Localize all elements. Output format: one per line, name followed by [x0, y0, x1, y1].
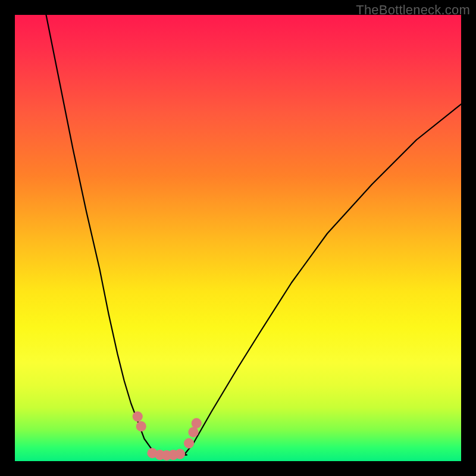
series-left-arm: [46, 15, 156, 455]
marker-dot: [175, 449, 185, 459]
marker-dot: [133, 411, 143, 421]
series-right-arm: [184, 104, 461, 455]
watermark-text: TheBottleneck.com: [356, 2, 470, 18]
marker-dot: [184, 438, 194, 448]
marker-dot: [192, 418, 202, 428]
frame: TheBottleneck.com: [0, 0, 476, 476]
marker-dot: [136, 421, 146, 431]
plot-area: [15, 15, 461, 461]
marker-dot: [188, 427, 198, 437]
curve-lines: [46, 15, 462, 457]
chart-svg: [15, 15, 461, 461]
